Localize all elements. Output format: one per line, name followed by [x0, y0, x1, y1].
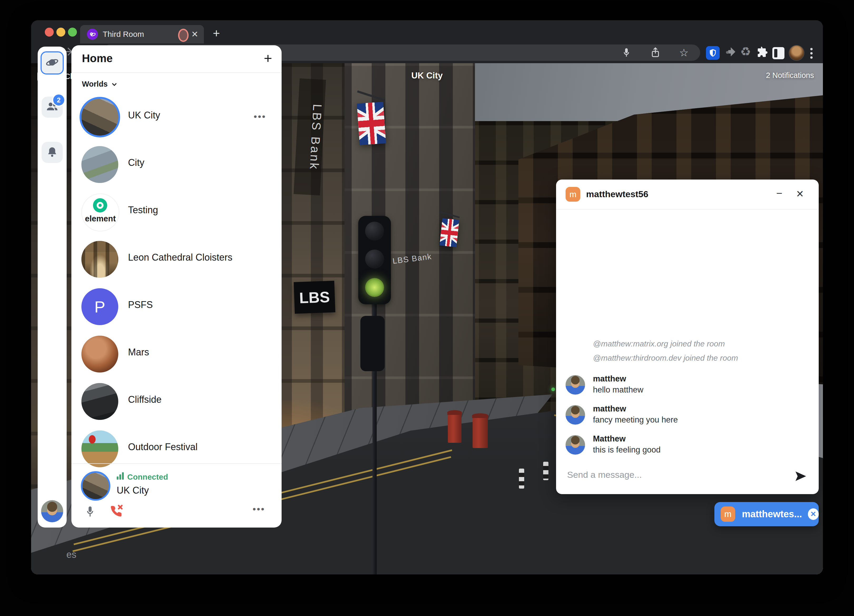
window-close-button[interactable]	[45, 27, 54, 37]
call-avatar: m	[721, 506, 735, 522]
world-item-testing[interactable]: element Testing	[72, 191, 282, 233]
bell-icon	[46, 146, 58, 159]
sidebar-home-button[interactable]	[41, 51, 64, 75]
worlds-label: Worlds	[82, 80, 108, 88]
active-world-avatar	[81, 471, 110, 501]
chat-header: m matthewtest56 − ✕	[556, 179, 819, 210]
tab-title: Third Room	[103, 30, 144, 39]
message-input[interactable]	[567, 469, 778, 480]
chat-message: Matthew this is feeling good	[566, 434, 809, 455]
world-item-uk-city[interactable]: UK City •••	[72, 96, 282, 138]
union-jack-flag	[440, 218, 459, 247]
world-item-city[interactable]: City	[72, 143, 282, 186]
chat-minimize-button[interactable]: −	[776, 187, 782, 199]
bollard	[543, 462, 549, 480]
notifications-status[interactable]: 2 Notifications	[766, 71, 814, 80]
world-name: Outdoor Festival	[128, 441, 198, 453]
sender-name: matthew	[593, 404, 809, 414]
user-avatar[interactable]	[41, 500, 63, 522]
send-message-button[interactable]	[795, 470, 807, 484]
connection-status: Connected	[117, 472, 168, 482]
world-item-psfs[interactable]: P PSFS	[72, 286, 282, 328]
bookmark-star-icon[interactable]: ☆	[679, 47, 689, 59]
sender-name: Matthew	[593, 434, 809, 444]
world-name: Mars	[128, 347, 149, 358]
sidebar-notifications-button[interactable]	[42, 142, 63, 163]
hangup-call-button[interactable]	[109, 503, 124, 520]
bollard	[519, 468, 524, 488]
share-icon[interactable]	[650, 47, 661, 58]
world-item-mars[interactable]: Mars	[72, 333, 282, 375]
call-participant-label: matthewtes...	[742, 509, 802, 520]
chat-title: matthewtest56	[586, 189, 648, 199]
mute-mic-button[interactable]	[84, 505, 96, 519]
new-tab-button[interactable]: +	[213, 26, 220, 40]
mic-permission-icon[interactable]	[621, 47, 632, 58]
lbs-square-sign: LBS	[294, 281, 336, 313]
sidebar-toggle-icon[interactable]	[772, 47, 784, 59]
browser-tab[interactable]: Third Room ✕	[80, 25, 204, 43]
world-name: PSFS	[128, 299, 153, 310]
window-minimize-button[interactable]	[56, 27, 65, 37]
create-world-button[interactable]: +	[264, 50, 272, 66]
world-avatar-uk-city	[79, 97, 120, 137]
message-text: fancy meeting you here	[593, 415, 809, 424]
extension-icon-2[interactable]: ♻	[740, 44, 751, 59]
red-pillar-box	[473, 417, 488, 448]
world-avatar-city	[81, 146, 118, 183]
active-call-pill[interactable]: m matthewtes... ✕	[714, 502, 819, 526]
tab-recording-indicator	[178, 29, 189, 42]
traffic-light-secondary	[360, 316, 384, 371]
world-avatar-leon	[81, 241, 118, 278]
world-name: Testing	[128, 205, 158, 216]
extensions-puzzle-icon[interactable]	[755, 46, 769, 60]
planet-icon	[46, 56, 58, 70]
sender-name: matthew	[593, 374, 809, 383]
distant-green-signal	[551, 388, 555, 391]
call-more-icon[interactable]: •••	[253, 504, 265, 514]
home-panel: Home + Worlds UK City ••• City element	[72, 45, 282, 528]
chat-message-list[interactable]: @matthew:matrix.org joined the room @mat…	[556, 210, 819, 461]
message-text: hello matthew	[593, 385, 809, 395]
chat-message: matthew hello matthew	[566, 374, 809, 395]
chat-close-button[interactable]: ✕	[796, 189, 804, 199]
element-logo-text: element	[82, 214, 119, 224]
world-avatar-festival	[81, 430, 118, 467]
world-name: City	[128, 157, 144, 168]
message-text: this is feeling good	[593, 445, 809, 455]
home-panel-header: Home +	[72, 45, 282, 73]
bitwarden-extension-icon[interactable]	[706, 46, 720, 60]
active-world-name: UK City	[117, 485, 149, 496]
extension-icon-1[interactable]	[723, 46, 737, 60]
worlds-section-toggle[interactable]: Worlds	[82, 80, 118, 88]
world-avatar-cliffside	[81, 383, 118, 420]
element-logo-icon	[93, 198, 107, 213]
world-more-icon[interactable]: •••	[254, 111, 266, 122]
world-avatar-mars	[81, 336, 118, 373]
background-nameplate-fragment: es	[66, 549, 76, 560]
union-jack-flag	[357, 102, 386, 145]
world-item-leon[interactable]: Leon Cathedral Cloisters	[72, 238, 282, 280]
home-panel-title: Home	[82, 52, 113, 65]
window-zoom-button[interactable]	[68, 27, 77, 37]
app-sidebar: 2	[38, 47, 67, 528]
psfs-initial: P	[94, 298, 105, 316]
browser-window: Third Room ✕ + ⟳ thirdroom.io/world/#uk-…	[31, 20, 823, 574]
room-event: @matthew:matrix.org joined the room	[593, 339, 809, 348]
signal-bars-icon	[117, 472, 125, 482]
world-name: Leon Cathedral Cloisters	[128, 252, 232, 263]
browser-profile-avatar[interactable]	[789, 45, 804, 61]
traffic-light-head	[358, 216, 391, 304]
world-name: Cliffside	[128, 394, 162, 405]
browser-menu-icon[interactable]	[810, 46, 813, 61]
call-dismiss-icon[interactable]: ✕	[808, 508, 819, 520]
red-pillar-box	[448, 413, 462, 443]
tab-close-icon[interactable]: ✕	[191, 29, 198, 39]
screenshot-stage: Third Room ✕ + ⟳ thirdroom.io/world/#uk-…	[0, 0, 854, 616]
thirdroom-favicon	[87, 29, 98, 40]
sidebar-friends-button[interactable]: 2	[42, 97, 63, 118]
chat-message: matthew fancy meeting you here	[566, 404, 809, 425]
chevron-down-icon	[111, 81, 118, 88]
world-item-cliffside[interactable]: Cliffside	[72, 380, 282, 423]
sender-avatar	[566, 405, 585, 424]
